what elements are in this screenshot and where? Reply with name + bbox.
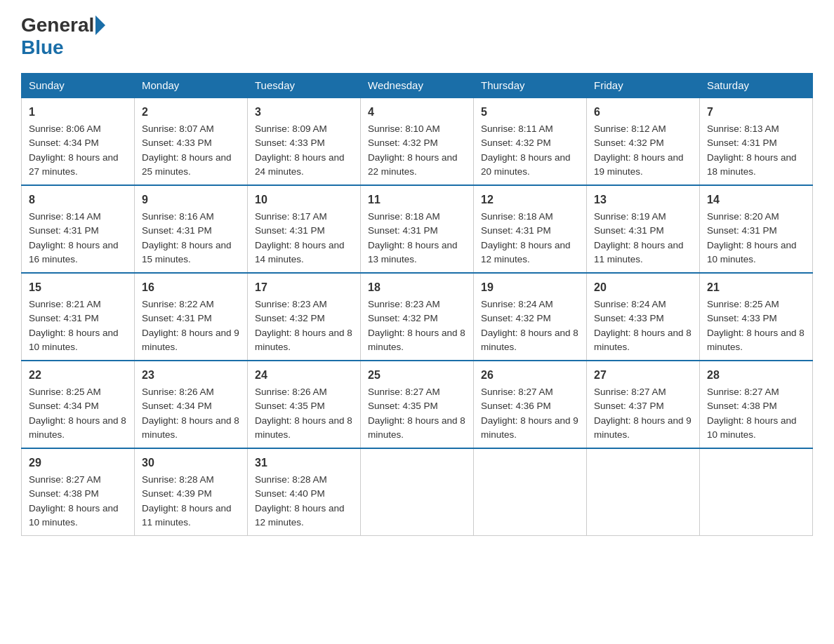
calendar-cell [361, 448, 474, 536]
week-row-4: 29Sunrise: 8:27 AMSunset: 4:38 PMDayligh… [22, 448, 813, 536]
day-number: 6 [594, 104, 692, 121]
calendar-cell: 2Sunrise: 8:07 AMSunset: 4:33 PMDaylight… [135, 98, 248, 185]
calendar-cell: 9Sunrise: 8:16 AMSunset: 4:31 PMDaylight… [135, 185, 248, 273]
calendar-cell: 3Sunrise: 8:09 AMSunset: 4:33 PMDaylight… [248, 98, 361, 185]
calendar-cell [587, 448, 700, 536]
day-number: 23 [142, 367, 240, 384]
day-number: 11 [368, 192, 466, 208]
header-sunday: Sunday [22, 74, 135, 98]
page-header: General Blue [21, 14, 813, 59]
day-number: 2 [142, 104, 240, 121]
calendar-cell: 12Sunrise: 8:18 AMSunset: 4:31 PMDayligh… [474, 185, 587, 273]
day-number: 30 [142, 455, 240, 471]
calendar-cell: 18Sunrise: 8:23 AMSunset: 4:32 PMDayligh… [361, 273, 474, 361]
day-number: 26 [481, 367, 579, 384]
day-number: 29 [29, 455, 127, 471]
calendar-cell: 14Sunrise: 8:20 AMSunset: 4:31 PMDayligh… [700, 185, 813, 273]
header-thursday: Thursday [474, 74, 587, 98]
calendar-cell: 7Sunrise: 8:13 AMSunset: 4:31 PMDaylight… [700, 98, 813, 185]
day-number: 25 [368, 367, 466, 384]
day-number: 17 [255, 279, 353, 296]
calendar-cell: 20Sunrise: 8:24 AMSunset: 4:33 PMDayligh… [587, 273, 700, 361]
day-number: 14 [707, 192, 805, 208]
day-number: 27 [594, 367, 692, 384]
day-number: 22 [29, 367, 127, 384]
header-wednesday: Wednesday [361, 74, 474, 98]
day-number: 3 [255, 104, 353, 121]
calendar-cell: 11Sunrise: 8:18 AMSunset: 4:31 PMDayligh… [361, 185, 474, 273]
calendar-cell: 4Sunrise: 8:10 AMSunset: 4:32 PMDaylight… [361, 98, 474, 185]
day-number: 1 [29, 104, 127, 121]
day-number: 7 [707, 104, 805, 121]
week-row-3: 22Sunrise: 8:25 AMSunset: 4:34 PMDayligh… [22, 361, 813, 448]
calendar-cell: 17Sunrise: 8:23 AMSunset: 4:32 PMDayligh… [248, 273, 361, 361]
header-monday: Monday [135, 74, 248, 98]
week-row-2: 15Sunrise: 8:21 AMSunset: 4:31 PMDayligh… [22, 273, 813, 361]
day-number: 24 [255, 367, 353, 384]
calendar-cell: 28Sunrise: 8:27 AMSunset: 4:38 PMDayligh… [700, 361, 813, 448]
calendar-cell: 29Sunrise: 8:27 AMSunset: 4:38 PMDayligh… [22, 448, 135, 536]
day-number: 10 [255, 192, 353, 208]
calendar-cell: 13Sunrise: 8:19 AMSunset: 4:31 PMDayligh… [587, 185, 700, 273]
day-number: 21 [707, 279, 805, 296]
day-number: 15 [29, 279, 127, 296]
calendar-cell: 31Sunrise: 8:28 AMSunset: 4:40 PMDayligh… [248, 448, 361, 536]
calendar-cell: 15Sunrise: 8:21 AMSunset: 4:31 PMDayligh… [22, 273, 135, 361]
calendar-cell [474, 448, 587, 536]
calendar-cell: 19Sunrise: 8:24 AMSunset: 4:32 PMDayligh… [474, 273, 587, 361]
week-row-1: 8Sunrise: 8:14 AMSunset: 4:31 PMDaylight… [22, 185, 813, 273]
calendar-cell [700, 448, 813, 536]
calendar-table: SundayMondayTuesdayWednesdayThursdayFrid… [21, 73, 813, 536]
calendar-cell: 25Sunrise: 8:27 AMSunset: 4:35 PMDayligh… [361, 361, 474, 448]
day-number: 18 [368, 279, 466, 296]
calendar-cell: 5Sunrise: 8:11 AMSunset: 4:32 PMDaylight… [474, 98, 587, 185]
header-row: SundayMondayTuesdayWednesdayThursdayFrid… [22, 74, 813, 98]
calendar-cell: 6Sunrise: 8:12 AMSunset: 4:32 PMDaylight… [587, 98, 700, 185]
day-number: 19 [481, 279, 579, 296]
logo-blue-text: Blue [21, 36, 64, 58]
calendar-cell: 1Sunrise: 8:06 AMSunset: 4:34 PMDaylight… [22, 98, 135, 185]
day-number: 28 [707, 367, 805, 384]
day-number: 12 [481, 192, 579, 208]
day-number: 4 [368, 104, 466, 121]
calendar-cell: 22Sunrise: 8:25 AMSunset: 4:34 PMDayligh… [22, 361, 135, 448]
calendar-cell: 16Sunrise: 8:22 AMSunset: 4:31 PMDayligh… [135, 273, 248, 361]
calendar-cell: 8Sunrise: 8:14 AMSunset: 4:31 PMDaylight… [22, 185, 135, 273]
header-tuesday: Tuesday [248, 74, 361, 98]
logo-general-text: General [21, 14, 94, 36]
calendar-cell: 21Sunrise: 8:25 AMSunset: 4:33 PMDayligh… [700, 273, 813, 361]
day-number: 31 [255, 455, 353, 471]
calendar-cell: 30Sunrise: 8:28 AMSunset: 4:39 PMDayligh… [135, 448, 248, 536]
header-saturday: Saturday [700, 74, 813, 98]
calendar-cell: 10Sunrise: 8:17 AMSunset: 4:31 PMDayligh… [248, 185, 361, 273]
day-number: 16 [142, 279, 240, 296]
logo-triangle-icon [95, 15, 105, 35]
calendar-cell: 23Sunrise: 8:26 AMSunset: 4:34 PMDayligh… [135, 361, 248, 448]
day-number: 8 [29, 192, 127, 208]
calendar-cell: 26Sunrise: 8:27 AMSunset: 4:36 PMDayligh… [474, 361, 587, 448]
logo: General Blue [21, 14, 107, 59]
day-number: 20 [594, 279, 692, 296]
calendar-cell: 27Sunrise: 8:27 AMSunset: 4:37 PMDayligh… [587, 361, 700, 448]
calendar-cell: 24Sunrise: 8:26 AMSunset: 4:35 PMDayligh… [248, 361, 361, 448]
day-number: 13 [594, 192, 692, 208]
day-number: 9 [142, 192, 240, 208]
day-number: 5 [481, 104, 579, 121]
week-row-0: 1Sunrise: 8:06 AMSunset: 4:34 PMDaylight… [22, 98, 813, 185]
header-friday: Friday [587, 74, 700, 98]
